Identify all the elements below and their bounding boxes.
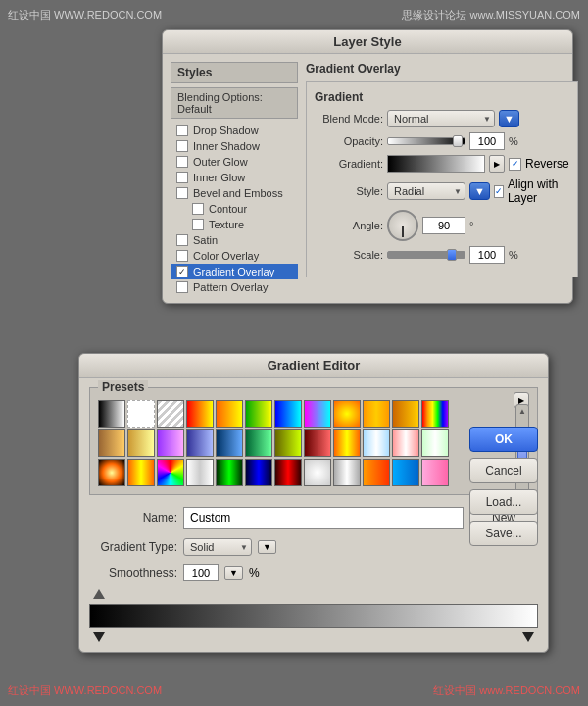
style-select-wrapper[interactable]: Radial: [387, 182, 466, 200]
style-item-inner-shadow[interactable]: Inner Shadow: [171, 138, 298, 154]
preset-item[interactable]: [274, 459, 302, 486]
preset-item[interactable]: [186, 459, 214, 486]
blending-options-item[interactable]: Blending Options: Default: [171, 87, 298, 119]
preset-item[interactable]: [127, 429, 155, 457]
satin-checkbox[interactable]: [176, 234, 188, 246]
reverse-checkbox[interactable]: [509, 158, 521, 171]
gradient-preview-bar[interactable]: [89, 604, 538, 628]
preset-item[interactable]: [216, 429, 243, 457]
align-checkbox[interactable]: [494, 185, 504, 198]
angle-wheel[interactable]: [387, 210, 418, 241]
bottom-stop-right[interactable]: [522, 632, 534, 642]
style-arrow[interactable]: ▼: [469, 182, 490, 200]
preset-item[interactable]: [421, 429, 449, 457]
preset-item[interactable]: [392, 459, 419, 486]
smoothness-arrow[interactable]: ▼: [224, 566, 243, 580]
preset-item[interactable]: [274, 429, 302, 457]
preset-item[interactable]: [304, 459, 331, 486]
gradient-row: Gradient: ▶ Reverse: [315, 155, 569, 173]
preset-item[interactable]: [216, 459, 243, 486]
preset-item[interactable]: [363, 429, 390, 457]
style-select[interactable]: Radial: [387, 182, 466, 200]
angle-input[interactable]: [422, 217, 466, 234]
bottom-stop-left[interactable]: [93, 632, 105, 642]
preset-item[interactable]: [363, 400, 390, 428]
style-item-contour[interactable]: Contour: [171, 201, 298, 217]
top-stop-left[interactable]: [93, 589, 105, 599]
ok-button[interactable]: OK: [469, 427, 538, 452]
contour-checkbox[interactable]: [192, 203, 204, 215]
reverse-label: Reverse: [525, 157, 569, 171]
gradient-swatch[interactable]: [387, 155, 485, 173]
style-item-bevel-emboss[interactable]: Bevel and Emboss: [171, 185, 298, 201]
gradient-arrow-btn[interactable]: ▶: [489, 155, 505, 173]
smoothness-input[interactable]: [183, 564, 219, 581]
gradient-editor-panel: Gradient Editor Presets ▶: [78, 353, 549, 653]
style-item-color-overlay[interactable]: Color Overlay: [171, 248, 298, 264]
style-item-outer-glow[interactable]: Outer Glow: [171, 154, 298, 170]
style-item-gradient-overlay[interactable]: Gradient Overlay: [171, 264, 298, 279]
preset-item[interactable]: [157, 400, 184, 428]
preset-item[interactable]: [274, 400, 302, 428]
drop-shadow-checkbox[interactable]: [176, 125, 188, 136]
preset-item[interactable]: [363, 459, 390, 486]
preset-item[interactable]: [157, 429, 184, 457]
blend-mode-arrow[interactable]: ▼: [499, 110, 519, 127]
inner-glow-label: Inner Glow: [193, 172, 245, 183]
bevel-emboss-checkbox[interactable]: [176, 187, 188, 199]
smoothness-row: Smoothness: ▼ %: [89, 564, 538, 581]
cancel-button[interactable]: Cancel: [469, 458, 538, 483]
style-item-satin[interactable]: Satin: [171, 232, 298, 248]
preset-item[interactable]: [245, 459, 272, 486]
style-item-inner-glow[interactable]: Inner Glow: [171, 170, 298, 185]
preset-item[interactable]: [333, 429, 361, 457]
preset-item[interactable]: [216, 400, 243, 428]
preset-item[interactable]: [186, 429, 214, 457]
opacity-input[interactable]: [469, 132, 505, 150]
preset-item[interactable]: [392, 400, 419, 428]
style-item-pattern-overlay[interactable]: Pattern Overlay: [171, 279, 298, 295]
preset-item[interactable]: [127, 459, 155, 486]
gradient-overlay-checkbox[interactable]: [176, 266, 188, 277]
preset-item[interactable]: [157, 459, 184, 486]
outer-glow-checkbox[interactable]: [176, 156, 188, 168]
save-button[interactable]: Save...: [469, 521, 538, 546]
preset-item[interactable]: [392, 429, 419, 457]
gradient-group-title: Gradient: [315, 90, 569, 104]
gradient-bar-area: [89, 589, 538, 642]
opacity-unit: %: [509, 135, 518, 147]
opacity-slider[interactable]: [387, 137, 466, 145]
preset-item[interactable]: [333, 400, 361, 428]
scroll-up-arrow[interactable]: ▲: [518, 407, 526, 416]
preset-item[interactable]: [304, 429, 331, 457]
gradient-type-select[interactable]: Solid: [183, 538, 252, 556]
preset-item[interactable]: [186, 400, 214, 428]
gradient-type-select-wrapper[interactable]: Solid: [183, 538, 252, 556]
style-item-texture[interactable]: Texture: [171, 217, 298, 232]
gradient-type-arrow[interactable]: ▼: [258, 540, 276, 554]
inner-glow-checkbox[interactable]: [176, 172, 188, 183]
scale-slider[interactable]: [387, 251, 466, 259]
pattern-overlay-checkbox[interactable]: [176, 281, 188, 293]
preset-item[interactable]: [127, 400, 155, 428]
blend-mode-select-wrapper[interactable]: Normal: [387, 110, 495, 127]
gradient-label: Gradient:: [315, 158, 383, 170]
inner-shadow-checkbox[interactable]: [176, 140, 188, 152]
preset-item[interactable]: [245, 400, 272, 428]
name-input[interactable]: [183, 507, 464, 529]
style-item-drop-shadow[interactable]: Drop Shadow: [171, 123, 298, 138]
scale-input[interactable]: [469, 246, 505, 264]
preset-item[interactable]: [245, 429, 272, 457]
texture-checkbox[interactable]: [192, 219, 204, 230]
blend-mode-select[interactable]: Normal: [387, 110, 495, 127]
preset-item[interactable]: [304, 400, 331, 428]
preset-item[interactable]: [98, 459, 125, 486]
preset-item[interactable]: [98, 400, 125, 428]
preset-item[interactable]: [421, 459, 449, 486]
load-button[interactable]: Load...: [469, 489, 538, 515]
preset-item[interactable]: [98, 429, 125, 457]
preset-item[interactable]: [333, 459, 361, 486]
angle-needle: [402, 226, 404, 237]
preset-item[interactable]: [421, 400, 449, 428]
color-overlay-checkbox[interactable]: [176, 250, 188, 262]
